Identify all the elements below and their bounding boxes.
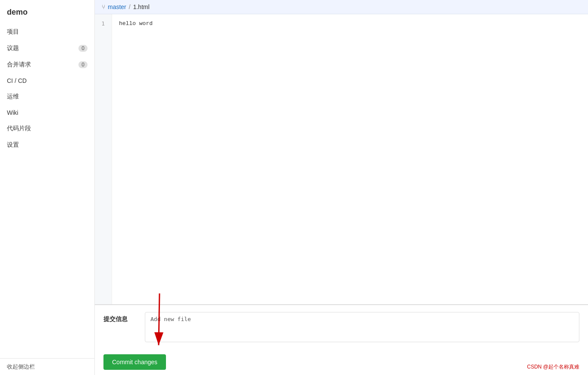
sidebar-item-label: 议题 [7,44,19,52]
merge-requests-badge: 0 [78,61,88,68]
editor-container: 1 hello word [95,14,588,305]
commit-message-input[interactable]: Add new file [145,312,579,342]
sidebar-item-label: 设置 [7,141,19,149]
path-separator: / [129,3,131,10]
sidebar-item-issues[interactable]: 议题 0 [0,40,94,57]
sidebar-item-snippets[interactable]: 代码片段 [0,120,94,137]
sidebar-item-operations[interactable]: 运维 [0,88,94,105]
filename-input[interactable] [133,3,209,10]
sidebar-item-ci-cd[interactable]: CI / CD [0,73,94,88]
sidebar-item-settings[interactable]: 设置 [0,137,94,153]
editor-main: ⑂ master / 1 hello word 提交信息 Add new fil [95,0,588,375]
sidebar-item-label: Wiki [7,109,18,116]
sidebar-toggle[interactable]: 收起侧边栏 [0,358,94,375]
sidebar-item-merge-requests[interactable]: 合并请求 0 [0,57,94,73]
issues-badge: 0 [78,45,88,52]
sidebar: demo 项目 议题 0 合并请求 0 CI / CD 运维 Wiki 代码片段… [0,0,95,375]
commit-label: 提交信息 [103,312,138,323]
commit-changes-button[interactable]: Commit changes [103,354,166,370]
commit-section: 提交信息 Add new file [95,305,588,349]
commit-btn-area: Commit changes [95,349,588,375]
sidebar-item-label: CI / CD [7,77,27,84]
sidebar-item-label: 合并请求 [7,61,31,69]
editor-area: 1 hello word [95,14,588,304]
branch-icon: ⑂ [102,3,105,10]
main-content: ⑂ master / 1 hello word 提交信息 Add new fil [95,0,588,375]
sidebar-item-label: 项目 [7,28,19,36]
code-editor[interactable]: hello word [112,14,588,304]
line-numbers: 1 [95,14,112,304]
branch-bar: ⑂ master / [95,0,588,14]
sidebar-item-project[interactable]: 项目 [0,24,94,40]
footer-note: CSDN @起个名称真难 [527,363,579,371]
sidebar-item-label: 运维 [7,93,19,101]
sidebar-logo[interactable]: demo [0,3,94,24]
sidebar-item-label: 代码片段 [7,125,31,132]
line-number-1: 1 [98,19,108,28]
branch-name[interactable]: master [108,3,126,10]
sidebar-item-wiki[interactable]: Wiki [0,105,94,120]
commit-row: 提交信息 Add new file [103,312,579,342]
